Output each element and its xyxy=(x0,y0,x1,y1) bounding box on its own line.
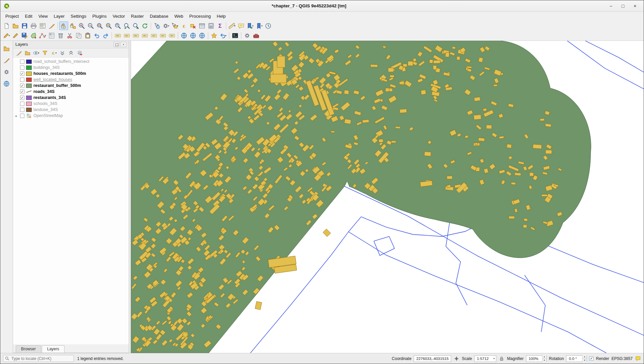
processing-favorites-button[interactable] xyxy=(210,31,219,40)
panel-tab-layers[interactable]: Layers xyxy=(42,345,65,353)
layer-row-buildings_34S[interactable]: buildings_34S xyxy=(13,65,129,71)
expand-all-button[interactable] xyxy=(58,49,67,57)
new-spatial-bookmark-button[interactable]: ▾ xyxy=(246,21,255,30)
vertex-tool-button[interactable]: ▾ xyxy=(38,31,47,40)
render-checkbox[interactable]: ✓ xyxy=(589,356,594,361)
layer-label[interactable]: schools_34S xyxy=(33,101,57,106)
layer-label[interactable]: houses_restaurants_500m xyxy=(33,71,86,76)
zoom-last-button[interactable] xyxy=(122,21,131,30)
magnifier-spinbox[interactable]: 100% ▲▼ xyxy=(526,355,547,362)
layer-row-roads_34S[interactable]: ✓roads_34S xyxy=(13,89,129,95)
menu-edit[interactable]: Edit xyxy=(22,12,35,20)
locate-box[interactable] xyxy=(3,355,74,362)
zoom-in-button[interactable] xyxy=(77,21,86,30)
browser-panel-button[interactable] xyxy=(2,44,11,53)
processing-toolbox-button[interactable] xyxy=(243,31,252,40)
menu-web[interactable]: Web xyxy=(171,12,186,20)
layer-checkbox[interactable]: ✓ xyxy=(20,90,24,94)
crs-status[interactable]: EPSG:3857 xyxy=(612,356,633,361)
expander-icon[interactable]: ▸ xyxy=(14,114,18,118)
show-hidden-labels-button[interactable]: abc xyxy=(140,31,149,40)
layer-label[interactable]: road_school_buffers_intersect xyxy=(33,59,89,64)
menu-database[interactable]: Database xyxy=(147,12,171,20)
layer-row-restaurant_buffer_500m[interactable]: ✓restaurant_buffer_500m xyxy=(13,83,129,89)
close-button[interactable]: × xyxy=(630,2,640,10)
show-layout-manager-button[interactable] xyxy=(38,21,47,30)
layer-label[interactable]: OpenStreetMap xyxy=(33,113,63,118)
pan-to-selection-button[interactable] xyxy=(68,21,77,30)
paste-features-button[interactable] xyxy=(83,31,92,40)
add-polygon-feature-button[interactable] xyxy=(29,31,38,40)
collapse-all-button[interactable] xyxy=(67,49,75,57)
open-layer-styling-button[interactable] xyxy=(15,49,23,57)
modify-attributes-button[interactable] xyxy=(47,31,56,40)
layer-row-schools_34S[interactable]: schools_34S xyxy=(13,101,129,107)
run-feature-action-button[interactable]: ▾ xyxy=(161,21,170,30)
save-project-button[interactable] xyxy=(20,21,29,30)
delete-selected-button[interactable] xyxy=(56,31,65,40)
layer-checkbox[interactable] xyxy=(20,59,24,64)
layer-checkbox[interactable] xyxy=(20,66,24,70)
save-layer-edits-button[interactable] xyxy=(20,31,29,40)
current-edits-button[interactable]: ▾ xyxy=(2,31,11,40)
layer-label[interactable]: buildings_34S xyxy=(33,65,60,70)
cut-features-button[interactable] xyxy=(65,31,74,40)
scale-combo[interactable]: 1:5712 ▾ xyxy=(474,355,496,362)
grass-tools-button[interactable] xyxy=(252,31,261,40)
metasearch-button[interactable] xyxy=(198,31,207,40)
osm-place-search-button[interactable] xyxy=(179,31,188,40)
remove-layer-button[interactable] xyxy=(76,49,84,57)
layer-checkbox[interactable]: ✓ xyxy=(20,84,24,88)
menu-view[interactable]: View xyxy=(35,12,51,20)
spinner-arrows-icon[interactable]: ▲▼ xyxy=(542,355,546,362)
panel-tab-browser[interactable]: Browser xyxy=(16,345,41,353)
coordinate-capture-button[interactable] xyxy=(188,31,198,40)
layer-row-houses_restaurants_500m[interactable]: ✓houses_restaurants_500m xyxy=(13,71,129,77)
menu-raster[interactable]: Raster xyxy=(128,12,147,20)
change-label-properties-button[interactable]: abc xyxy=(167,31,176,40)
pan-map-button[interactable] xyxy=(59,21,68,30)
zoom-next-button[interactable] xyxy=(131,21,140,30)
menu-layer[interactable]: Layer xyxy=(51,12,68,20)
layer-label[interactable]: restaurant_buffer_500m xyxy=(33,83,81,88)
deselect-all-button[interactable] xyxy=(188,21,198,30)
map-tips-button[interactable] xyxy=(237,21,246,30)
extents-toggle-icon[interactable] xyxy=(454,356,460,362)
identify-features-button[interactable] xyxy=(152,21,161,30)
zoom-full-button[interactable] xyxy=(95,21,104,30)
field-calculator-button[interactable] xyxy=(207,21,216,30)
layer-label[interactable]: well_located_houses xyxy=(33,77,72,82)
new-project-button[interactable] xyxy=(2,21,11,30)
manage-map-themes-button[interactable]: ▾ xyxy=(32,49,40,57)
zoom-to-selection-button[interactable] xyxy=(104,21,113,30)
maximize-button[interactable]: □ xyxy=(618,2,628,10)
layer-checkbox[interactable] xyxy=(20,102,24,106)
minimize-button[interactable]: − xyxy=(606,2,616,10)
layer-label[interactable]: roads_34S xyxy=(33,89,54,94)
lock-scale-icon[interactable] xyxy=(499,356,505,362)
layer-row-well_located_houses[interactable]: well_located_houses xyxy=(13,77,129,83)
layer-labeling-options-button[interactable]: abc xyxy=(113,31,122,40)
menu-plugins[interactable]: Plugins xyxy=(89,12,110,20)
layer-row-restaurants_34S[interactable]: ✓restaurants_34S xyxy=(13,95,129,101)
rotate-label-button[interactable]: abc xyxy=(158,31,167,40)
pin-unpin-labels-button[interactable]: abc xyxy=(131,31,140,40)
menu-vector[interactable]: Vector xyxy=(110,12,128,20)
toggle-editing-button[interactable] xyxy=(11,31,20,40)
georeferencer-button[interactable] xyxy=(231,31,240,40)
zoom-to-layer-button[interactable] xyxy=(113,21,122,30)
title-bar[interactable]: *chapter_7 - QGIS 9e45223d42 [tm] − □ × xyxy=(0,0,644,12)
layer-diagram-options-button[interactable]: abc xyxy=(122,31,131,40)
temporal-controller-button[interactable] xyxy=(264,21,273,30)
refresh-map-button[interactable] xyxy=(140,21,149,30)
style-manager-button[interactable] xyxy=(47,21,56,30)
statistical-summary-button[interactable]: Σ xyxy=(216,21,225,30)
layer-checkbox[interactable] xyxy=(20,78,24,82)
layer-checkbox[interactable]: ✓ xyxy=(20,96,24,100)
coordinate-input[interactable] xyxy=(414,355,451,362)
open-project-button[interactable] xyxy=(11,21,20,30)
processing-toolbox-panel-button[interactable] xyxy=(2,68,11,77)
filter-legend-button[interactable] xyxy=(41,49,49,57)
filter-by-expression-button[interactable]: ε▾ xyxy=(49,49,58,57)
new-print-layout-button[interactable] xyxy=(29,21,38,30)
